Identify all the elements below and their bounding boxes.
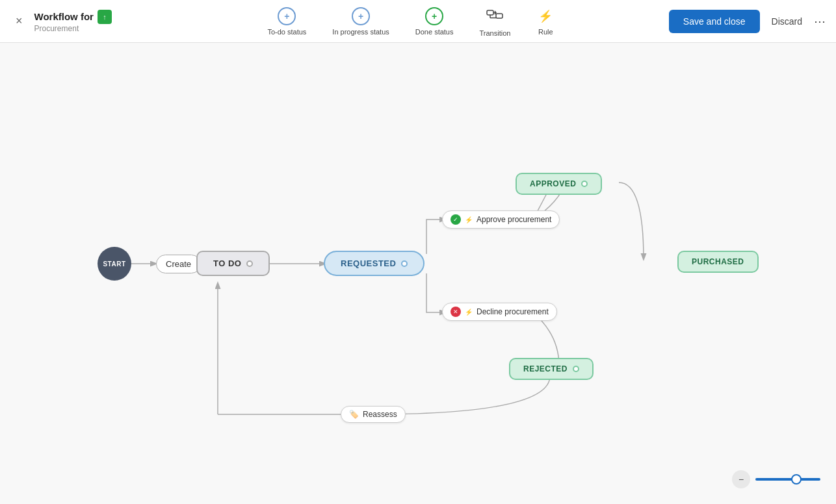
workflow-name: Workflow for ↑	[34, 10, 112, 24]
rule-icon: ⚡	[536, 7, 555, 25]
workflow-title: Workflow for ↑ Procurement	[34, 10, 112, 33]
toolbar-transition[interactable]: Transition	[479, 5, 510, 37]
requested-dot	[401, 260, 408, 267]
rejected-node[interactable]: REJECTED	[509, 358, 594, 380]
todo-status-icon: +	[278, 7, 296, 25]
zoom-slider-thumb[interactable]	[791, 474, 802, 485]
decline-lightning-icon: ⚡	[465, 309, 473, 316]
approve-label: Approve procurement	[477, 215, 551, 224]
start-node[interactable]: START	[98, 247, 131, 281]
zoom-slider-track[interactable]	[755, 478, 820, 481]
approve-lightning-icon: ⚡	[465, 216, 473, 223]
workflow-canvas: START Create TO DO REQUESTED APPROVED RE…	[0, 43, 836, 504]
done-status-label: Done status	[415, 28, 454, 36]
toolbar-todo-status[interactable]: + To-do status	[267, 7, 306, 36]
create-node[interactable]: Create	[156, 255, 201, 273]
workflow-name-text: Workflow for	[34, 11, 94, 22]
decline-label: Decline procurement	[477, 307, 549, 316]
inprogress-status-icon: +	[352, 7, 370, 25]
toolbar-done-status[interactable]: + Done status	[415, 7, 454, 36]
rejected-dot	[573, 366, 579, 372]
header-right: Save and close Discard ⋯	[669, 10, 826, 33]
reassess-label: Reassess	[363, 410, 397, 419]
transition-icon	[486, 5, 504, 27]
todo-status-label: To-do status	[267, 28, 306, 36]
svg-rect-0	[487, 10, 493, 15]
toolbar: + To-do status + In progress status + Do…	[153, 5, 669, 37]
approved-node[interactable]: APPROVED	[516, 173, 602, 195]
rule-label: Rule	[538, 28, 553, 36]
workflow-subtitle: Procurement	[34, 24, 112, 33]
done-status-icon: +	[425, 7, 443, 25]
todo-node[interactable]: TO DO	[196, 251, 270, 276]
header: × Workflow for ↑ Procurement + To-do sta…	[0, 0, 836, 43]
purchased-node[interactable]: PURCHASED	[677, 251, 759, 273]
requested-node[interactable]: REQUESTED	[324, 251, 425, 276]
toolbar-rule[interactable]: ⚡ Rule	[536, 7, 555, 36]
zoom-out-button[interactable]: −	[732, 470, 750, 488]
save-close-button[interactable]: Save and close	[669, 10, 760, 33]
approved-dot	[581, 181, 588, 187]
more-options-button[interactable]: ⋯	[814, 14, 826, 29]
approve-transition[interactable]: ✓ ⚡ Approve procurement	[442, 210, 560, 229]
svg-rect-1	[496, 14, 503, 18]
header-left: × Workflow for ↑ Procurement	[10, 10, 153, 33]
zoom-control: −	[732, 470, 820, 488]
transition-label: Transition	[479, 29, 510, 37]
reassess-transition[interactable]: 🏷️ Reassess	[341, 406, 406, 423]
discard-button[interactable]: Discard	[766, 10, 807, 33]
decline-status-dot: ✕	[451, 307, 461, 317]
todo-dot	[246, 260, 253, 267]
reassess-icon: 🏷️	[349, 410, 359, 419]
upload-icon: ↑	[98, 10, 112, 24]
close-button[interactable]: ×	[10, 12, 28, 31]
toolbar-inprogress-status[interactable]: + In progress status	[332, 7, 389, 36]
decline-transition[interactable]: ✕ ⚡ Decline procurement	[442, 303, 557, 321]
approve-status-dot: ✓	[451, 214, 461, 225]
inprogress-status-label: In progress status	[332, 28, 389, 36]
